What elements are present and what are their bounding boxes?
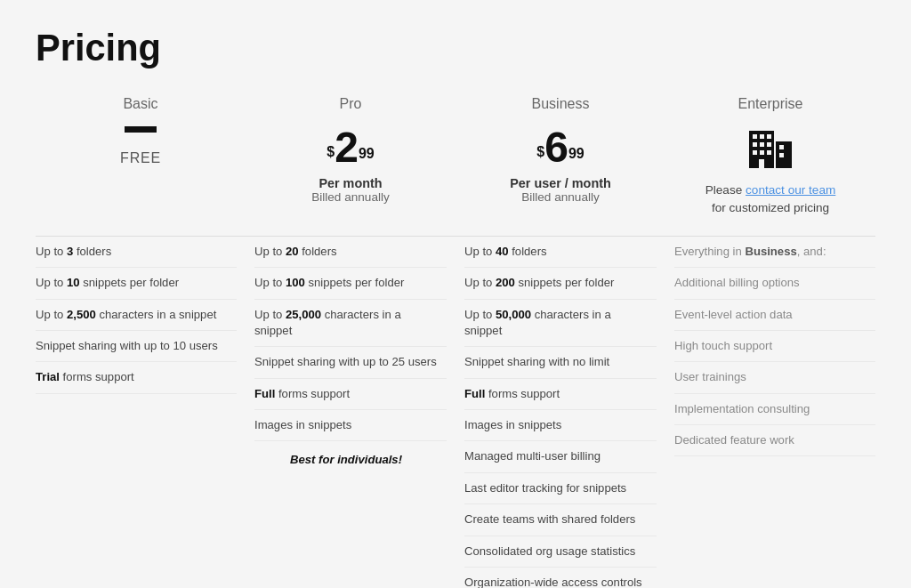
list-item: Up to 25,000 characters in a snippet xyxy=(254,300,447,348)
plan-pro-dollar: $ xyxy=(327,144,335,160)
svg-rect-7 xyxy=(767,142,771,147)
svg-rect-5 xyxy=(753,142,757,147)
list-item: Full forms support xyxy=(254,379,447,410)
svg-rect-10 xyxy=(767,150,771,155)
pro-features: Up to 20 folders Up to 100 snippets per … xyxy=(246,237,456,588)
pro-tagline: Best for individuals! xyxy=(254,441,447,475)
list-item: High touch support xyxy=(674,331,875,362)
plan-pro-billing: Per month xyxy=(254,176,447,190)
page-title: Pricing xyxy=(36,27,875,69)
svg-rect-3 xyxy=(760,134,764,139)
enterprise-contact-link[interactable]: contact our team xyxy=(746,183,835,197)
list-item: Additional billing options xyxy=(674,268,875,299)
plan-enterprise-header: Enterprise Please contact our xyxy=(665,96,875,237)
plan-business-price-cents: 99 xyxy=(568,146,584,162)
list-item: Everything in Business, and: xyxy=(674,237,875,268)
plan-enterprise-name: Enterprise xyxy=(674,96,867,112)
svg-rect-9 xyxy=(760,150,764,155)
svg-rect-6 xyxy=(760,142,764,147)
plan-pro-price-cents: 99 xyxy=(359,146,375,162)
list-item: Event-level action data xyxy=(674,300,875,331)
list-item: Implementation consulting xyxy=(674,394,875,425)
list-item: Create teams with shared folders xyxy=(464,504,657,536)
list-item: Consolidated org usage statistics xyxy=(464,536,657,568)
list-item: Snippet sharing with no limit xyxy=(464,347,657,378)
plan-business-name: Business xyxy=(464,96,657,112)
list-item: Up to 40 folders xyxy=(464,237,657,268)
enterprise-features: Everything in Business, and: Additional … xyxy=(665,237,875,588)
plan-business-price-main: 6 xyxy=(544,126,568,169)
list-item: Images in snippets xyxy=(254,410,447,441)
basic-features: Up to 3 folders Up to 10 snippets per fo… xyxy=(36,237,246,588)
plan-pro-name: Pro xyxy=(254,96,447,112)
svg-rect-4 xyxy=(767,134,771,139)
svg-rect-11 xyxy=(779,145,784,149)
list-item: Up to 50,000 characters in a snippet xyxy=(464,300,657,348)
svg-rect-13 xyxy=(759,159,764,168)
list-item: Up to 100 snippets per folder xyxy=(254,268,447,299)
svg-rect-2 xyxy=(753,134,757,139)
plan-pro-price-block: $ 2 99 xyxy=(254,126,447,169)
list-item: Full forms support xyxy=(464,379,657,410)
enterprise-building-icon xyxy=(744,126,797,173)
list-item: User trainings xyxy=(674,362,875,393)
business-features: Up to 40 folders Up to 200 snippets per … xyxy=(456,237,665,588)
list-item: Organization-wide access controls xyxy=(464,568,657,588)
list-item: Dedicated feature work xyxy=(674,425,875,456)
plan-business-header: Business $ 6 99 Per user / month Billed … xyxy=(456,96,665,237)
list-item: Snippet sharing with up to 10 users xyxy=(36,331,237,362)
list-item: Up to 10 snippets per folder xyxy=(36,268,237,299)
enterprise-contact-text: Please contact our team for customized p… xyxy=(674,181,867,218)
plan-business-price-block: $ 6 99 xyxy=(464,126,657,169)
list-item: Snippet sharing with up to 25 users xyxy=(254,347,447,378)
svg-rect-8 xyxy=(753,150,757,155)
list-item: Up to 20 folders xyxy=(254,237,447,268)
plan-pro-header: Pro $ 2 99 Per month Billed annually xyxy=(246,96,456,237)
plan-basic-header: Basic FREE xyxy=(36,96,246,237)
plan-basic-price-dash xyxy=(125,126,157,133)
plan-business-dollar: $ xyxy=(536,144,544,160)
plan-pro-price-main: 2 xyxy=(335,126,359,169)
plan-business-billing-sub: Billed annually xyxy=(464,190,657,204)
list-item: Images in snippets xyxy=(464,410,657,441)
plan-basic-free-label: FREE xyxy=(44,150,237,166)
list-item: Last editor tracking for snippets xyxy=(464,473,657,504)
list-item: Up to 3 folders xyxy=(36,237,237,268)
plan-basic-name: Basic xyxy=(44,96,237,112)
plan-business-billing: Per user / month xyxy=(464,176,657,190)
svg-rect-12 xyxy=(779,153,784,157)
list-item: Up to 200 snippets per folder xyxy=(464,268,657,299)
list-item: Managed multi-user billing xyxy=(464,441,657,472)
list-item: Trial forms support xyxy=(36,362,237,393)
list-item: Up to 2,500 characters in a snippet xyxy=(36,300,237,331)
plan-pro-billing-sub: Billed annually xyxy=(254,190,447,204)
